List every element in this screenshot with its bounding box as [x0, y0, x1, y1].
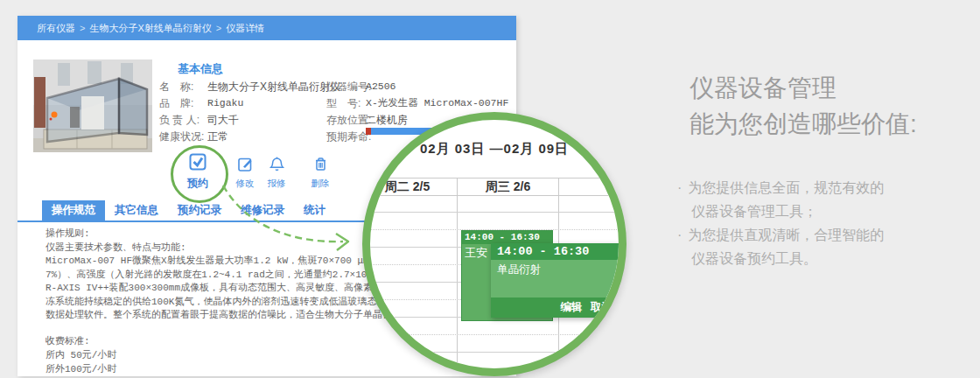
- promo-heading-line1: 仪器设备管理: [690, 70, 917, 106]
- bullet-text: 仪器设备预约工具。: [677, 251, 817, 266]
- field-label-brand: 品 牌:: [159, 97, 193, 109]
- field-label-name: 名 称:: [159, 80, 193, 93]
- field-value-brand: Rigaku: [207, 97, 243, 109]
- field-label-lifespan: 预期寿命:: [326, 130, 371, 143]
- field-value-manager: 司大千: [207, 114, 239, 126]
- calendar-day-header-row: 周二 2/5 周三 2/6 周四: [362, 178, 626, 196]
- lifespan-used-segment: [366, 128, 371, 135]
- dashed-pointer-arrow: [210, 173, 372, 256]
- calendar-column-line: [457, 194, 458, 376]
- promo-bullets: ·为您提供信息全面，规范有效的 仪器设备管理工具； ·为您提供直观清晰，合理智能…: [677, 176, 884, 270]
- calendar-magnifier: 02月 03日 —02月 09日 周二 2/5 周三 2/6 周四 14:00 …: [362, 112, 626, 376]
- field-value-name: 生物大分子X射线单晶衍射仪: [207, 80, 340, 93]
- reservation-popup: 14:00 - 16:30 单晶衍射 编辑 取消: [491, 243, 620, 318]
- field-value-instrument-no: A2506: [366, 80, 396, 93]
- popup-actions: 编辑 取消: [491, 298, 620, 318]
- equipment-photo: [33, 60, 152, 152]
- fee-line: 收费标准:: [46, 334, 116, 348]
- event-time-label: 14:00 - 16:30: [462, 231, 552, 244]
- calendar-day-wed: 周三 2/6: [458, 178, 559, 195]
- fee-standard-text: 收费标准: 所内 50元/小时 所外100元/小时: [46, 334, 116, 376]
- calendar-day-thu: 周四: [559, 178, 626, 195]
- popup-time-label: 14:00 - 16:30: [491, 243, 620, 260]
- field-label-location: 存放位置:: [326, 114, 371, 126]
- calendar-grid-line: [362, 334, 626, 335]
- fee-line: 所内 50元/小时: [46, 348, 116, 362]
- field-value-location: 二楼机房: [366, 114, 408, 126]
- breadcrumb-item-instrument[interactable]: 生物大分子X射线单晶衍射仪: [89, 23, 211, 33]
- field-label-instrument-no: 仪器编号:: [326, 80, 371, 93]
- edit-icon: [237, 156, 254, 172]
- field-label-model: 型 号:: [326, 97, 360, 109]
- breadcrumb: 所有仪器>生物大分子X射线单晶衍射仪>仪器详情: [18, 16, 516, 40]
- bell-icon: [269, 156, 285, 172]
- bullet-text: 仪器设备管理工具；: [677, 204, 817, 219]
- bullet-text: 为您提供信息全面，规范有效的: [688, 180, 884, 195]
- calendar-grid-line: [362, 212, 626, 213]
- promo-heading-line2: 能为您创造哪些价值:: [690, 106, 917, 142]
- promo-bullet: ·为您提供信息全面，规范有效的 仪器设备管理工具；: [677, 176, 884, 223]
- bullet-marker: ·: [677, 228, 682, 242]
- bullet-text: 为您提供直观清晰，合理智能的: [688, 228, 884, 242]
- field-value-health: 正常: [207, 130, 228, 143]
- promo-bullet: ·为您提供直观清晰，合理智能的 仪器设备预约工具。: [677, 223, 884, 270]
- breadcrumb-separator: >: [80, 23, 85, 33]
- breadcrumb-item-detail: 仪器详情: [226, 23, 264, 33]
- tab-operating-standards[interactable]: 操作规范: [42, 200, 105, 220]
- calendar-week-range: 02月 03日 —02月 09日: [370, 141, 619, 158]
- breadcrumb-item-all-instruments[interactable]: 所有仪器: [37, 23, 75, 33]
- field-value-model: X-光发生器 MicroMax-007HF: [366, 97, 508, 109]
- popup-title-label: 单晶衍射: [491, 260, 620, 298]
- tab-other-info[interactable]: 其它信息: [105, 200, 168, 220]
- breadcrumb-separator: >: [216, 23, 221, 33]
- field-label-manager: 负 责 人:: [159, 114, 200, 126]
- promo-heading: 仪器设备管理 能为您创造哪些价值:: [690, 70, 917, 142]
- checkbox-check-icon: [188, 152, 207, 172]
- basic-info-title: 基本信息: [178, 61, 223, 77]
- page-background: 所有仪器>生物大分子X射线单晶衍射仪>仪器详情: [0, 0, 980, 378]
- equipment-photo-drawing: [33, 60, 152, 152]
- field-label-health: 健康状况:: [159, 130, 204, 143]
- trash-icon: [312, 156, 329, 172]
- bullet-marker: ·: [677, 180, 682, 195]
- fee-line: 所外100元/小时: [46, 362, 116, 376]
- popup-edit-button[interactable]: 编辑: [561, 301, 583, 313]
